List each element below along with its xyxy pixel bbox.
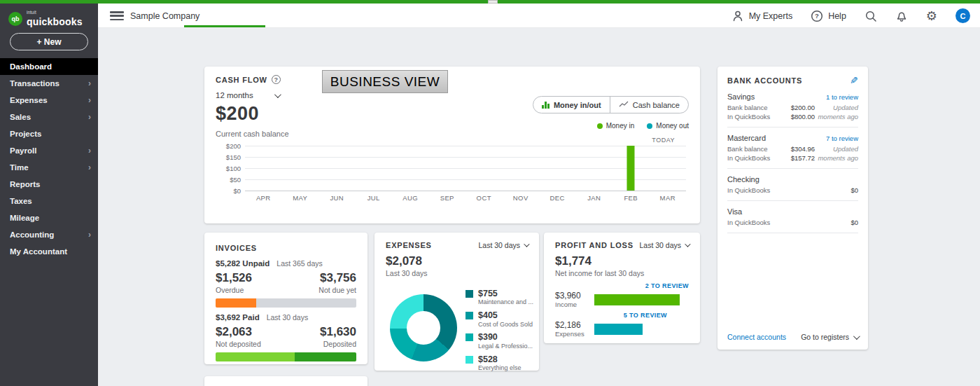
info-question-icon[interactable]: ? — [272, 75, 281, 84]
deposited-bar-rest — [295, 352, 356, 361]
unpaid-progress-bar[interactable] — [216, 298, 356, 308]
expenses-card: EXPENSES Last 30 days $2,078 Last 30 day… — [374, 233, 539, 371]
expenses-review-link[interactable]: 5 TO REVIEW — [555, 312, 667, 319]
account-row-savings: Savings 1 to review Bank balance $200.00… — [727, 92, 858, 120]
deposited-amount: $1,630 — [320, 325, 356, 339]
sidebar-item-payroll[interactable]: Payroll› — [0, 142, 98, 159]
profit-loss-title: PROFIT AND LOSS — [555, 241, 634, 249]
sidebar-item-dashboard[interactable]: Dashboard — [0, 58, 98, 75]
period-dropdown[interactable]: 12 months — [216, 91, 279, 99]
help-icon: ? — [811, 10, 823, 22]
settings-gear-icon[interactable]: ⚙ — [926, 10, 937, 22]
avatar[interactable]: C — [955, 8, 970, 23]
sidebar-item-time[interactable]: Time› — [0, 159, 98, 176]
svg-text:?: ? — [815, 12, 819, 20]
cashflow-plot: $200$150$100$50$0 — [245, 146, 686, 191]
cash-balance-toggle[interactable]: Cash balance — [610, 97, 688, 113]
go-to-registers-dropdown[interactable]: Go to registers — [801, 333, 858, 341]
notdeposited-bar-fill — [216, 352, 295, 361]
expenses-total: $2,078 — [386, 254, 528, 268]
chevron-right-icon: › — [88, 230, 91, 239]
invoices-card: INVOICES $5,282 Unpaid Last 365 days $1,… — [204, 233, 368, 364]
profit-loss-card: PROFIT AND LOSS Last 30 days $1,774 Net … — [544, 233, 700, 343]
chevron-down-icon — [685, 241, 690, 247]
connect-accounts-link[interactable]: Connect accounts — [727, 333, 786, 341]
account-row-mastercard: Mastercard 7 to review Bank balance $304… — [727, 134, 858, 162]
sidebar-item-transactions[interactable]: Transactions› — [0, 75, 98, 92]
search-icon[interactable] — [864, 10, 877, 22]
sidebar-nav: Dashboard Transactions› Expenses› Sales›… — [0, 58, 98, 260]
notdue-label: Not due yet — [318, 286, 356, 294]
notifications-bell-icon[interactable] — [895, 10, 908, 22]
new-button[interactable]: + New — [10, 33, 88, 50]
legend-swatch-1 — [465, 312, 473, 319]
chevron-down-icon — [524, 241, 529, 247]
money-inout-toggle[interactable]: Money in/out — [533, 97, 609, 113]
help-button[interactable]: ? Help — [811, 10, 846, 22]
edit-pencil-icon[interactable]: ✎ — [850, 75, 858, 86]
cashflow-bar-feb[interactable] — [627, 146, 635, 191]
legend-swatch-2 — [465, 333, 473, 341]
unpaid-amount: $5,282 Unpaid — [216, 259, 270, 268]
money-out-dot — [647, 123, 652, 129]
sidebar-item-expenses[interactable]: Expenses› — [0, 92, 98, 109]
quickbooks-label: quickbooks — [27, 16, 83, 27]
my-experts-button[interactable]: My Experts — [732, 10, 793, 22]
line-chart-icon — [619, 101, 629, 109]
mastercard-review-link[interactable]: 7 to review — [826, 135, 858, 142]
net-income-label: Net income for last 30 days — [555, 269, 689, 277]
expenses-total-label: Last 30 days — [386, 269, 528, 277]
sidebar-item-reports[interactable]: Reports — [0, 176, 98, 193]
income-amount: $3,960 — [555, 291, 589, 301]
chevron-right-icon: › — [88, 96, 91, 104]
pnl-period-dropdown[interactable]: Last 30 days — [639, 241, 689, 249]
topbar: Sample Company My Experts ? Help ⚙ C — [98, 4, 980, 28]
active-tab-underline — [184, 25, 265, 27]
expenses-legend: $755Maintenance and ... $405Cost of Good… — [465, 289, 533, 372]
expenses-amount: $2,186 — [555, 320, 589, 330]
cash-flow-card: CASH FLOW ? 12 months $200 Current cash … — [204, 67, 700, 223]
sidebar-item-taxes[interactable]: Taxes — [0, 193, 98, 209]
overdue-amount: $1,526 — [216, 271, 252, 285]
company-name: Sample Company — [130, 11, 200, 21]
sidebar-item-mileage[interactable]: Mileage — [0, 209, 98, 226]
deposited-label: Deposited — [323, 340, 356, 348]
sidebar-item-my-accountant[interactable]: My Accountant — [0, 243, 98, 260]
notdeposited-label: Not deposited — [216, 340, 261, 348]
paid-amount: $3,692 Paid — [216, 313, 260, 322]
bank-accounts-card: BANK ACCOUNTS ✎ Savings 1 to review Bank… — [718, 67, 868, 350]
expenses-bar[interactable] — [594, 324, 643, 335]
sales-card: SALES Last 30 days $3,820 Last 30 days — [204, 376, 368, 386]
quickbooks-logo: qb intuit quickbooks — [8, 11, 83, 27]
overdue-label: Overdue — [216, 286, 244, 294]
savings-review-link[interactable]: 1 to review — [826, 93, 858, 101]
chart-legend: Money in Money out — [597, 122, 689, 130]
invoices-title: INVOICES — [216, 244, 257, 252]
paid-progress-bar[interactable] — [216, 352, 356, 361]
income-review-link[interactable]: 2 TO REVIEW — [555, 282, 689, 289]
money-in-dot — [597, 123, 603, 129]
sidebar-item-accounting[interactable]: Accounting› — [0, 226, 98, 243]
business-view-overlay: BUSINESS VIEW — [322, 70, 448, 93]
bar-chart-icon — [542, 102, 550, 109]
chevron-down-icon — [853, 333, 860, 340]
intuit-label: intuit — [27, 11, 83, 15]
legend-swatch-0 — [465, 290, 473, 298]
income-label: Income — [555, 301, 589, 308]
chevron-right-icon: › — [88, 163, 91, 172]
quickbooks-dashboard: qb intuit quickbooks + New Dashboard Tra… — [0, 0, 980, 386]
expenses-period-dropdown[interactable]: Last 30 days — [478, 241, 528, 249]
sidebar-item-sales[interactable]: Sales› — [0, 109, 98, 125]
income-bar[interactable] — [594, 294, 680, 305]
expenses-title: EXPENSES — [386, 241, 432, 249]
chevron-right-icon: › — [88, 113, 91, 121]
account-row-checking: Checking In QuickBooks $0 — [727, 175, 858, 194]
legend-swatch-3 — [465, 356, 473, 364]
person-icon — [732, 10, 744, 22]
hamburger-menu-icon[interactable] — [110, 11, 124, 20]
expenses-donut[interactable] — [390, 294, 457, 361]
chevron-right-icon: › — [88, 146, 91, 155]
cash-flow-title: CASH FLOW — [216, 76, 267, 84]
sidebar-item-projects[interactable]: Projects — [0, 125, 98, 142]
chevron-down-icon — [274, 91, 281, 98]
